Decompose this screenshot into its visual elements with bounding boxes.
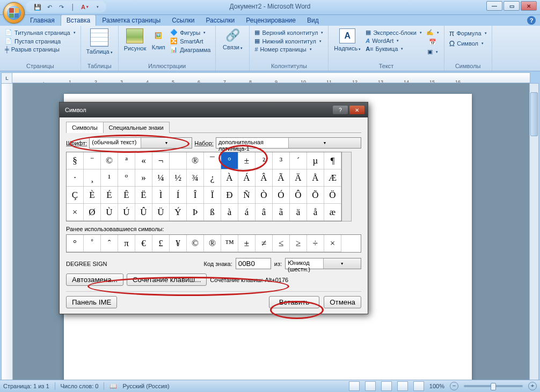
tab-view[interactable]: Вид <box>302 15 324 26</box>
recent-character-cell[interactable]: £ <box>152 235 170 252</box>
chevron-down-icon[interactable]: ▼ <box>323 258 361 269</box>
font-combo[interactable]: (обычный текст)▼ <box>89 137 192 149</box>
from-combo[interactable]: Юникод (шестн.)▼ <box>285 258 361 269</box>
character-cell[interactable]: » <box>135 169 152 187</box>
dialog-tab-special[interactable]: Специальные знаки <box>103 122 170 133</box>
tab-references[interactable]: Ссылки <box>166 15 200 26</box>
recent-character-cell[interactable]: ˚ <box>84 235 101 252</box>
formula-button[interactable]: πФормула▾ <box>448 28 488 38</box>
recent-character-cell[interactable]: ± <box>238 235 256 252</box>
object-icon[interactable]: ▣▾ <box>425 48 441 56</box>
wordart-button[interactable]: AWordArt▾ <box>364 37 424 45</box>
dialog-tab-symbols[interactable]: Символы <box>66 122 104 133</box>
character-cell[interactable]: × <box>67 204 84 221</box>
character-cell[interactable]: ° <box>221 152 238 169</box>
character-cell[interactable]: Ô <box>290 187 307 204</box>
character-cell[interactable]: Ä <box>290 169 307 187</box>
tab-home[interactable]: Главная <box>25 15 60 26</box>
chart-button[interactable]: 📊Диаграмма <box>169 46 212 54</box>
recent-character-cell[interactable]: € <box>135 235 152 252</box>
smartart-button[interactable]: 🔀SmartArt <box>169 37 212 45</box>
character-cell[interactable]: Æ <box>324 169 341 187</box>
character-cell[interactable]: Þ <box>187 204 204 221</box>
table-button[interactable]: Таблица▾ <box>84 27 115 56</box>
recent-character-cell[interactable]: ≠ <box>256 235 273 252</box>
shapes-button[interactable]: 🔷Фигуры▾ <box>169 28 212 36</box>
recent-character-cell[interactable]: ¥ <box>170 235 187 252</box>
page-number-button[interactable]: #Номер страницы▾ <box>253 46 325 53</box>
character-cell[interactable]: æ <box>324 204 341 221</box>
proofing-icon[interactable]: 📖 <box>110 383 117 390</box>
character-cell[interactable]: ª <box>118 152 135 169</box>
page-break-button[interactable]: ╪Разрыв страницы <box>3 46 77 53</box>
recent-character-cell[interactable]: ≥ <box>290 235 307 252</box>
horizontal-ruler[interactable] <box>12 72 530 83</box>
view-outline[interactable] <box>397 381 408 391</box>
character-cell[interactable]: Å <box>307 169 324 187</box>
character-cell[interactable]: Ø <box>84 204 101 221</box>
dropcap-button[interactable]: A≡Буквица▾ <box>364 45 424 53</box>
view-draft[interactable] <box>413 381 424 391</box>
view-web-layout[interactable] <box>381 381 392 391</box>
tab-review[interactable]: Рецензирование <box>240 15 301 26</box>
character-cell[interactable]: â <box>256 204 273 221</box>
character-cell[interactable]: ® <box>187 152 204 169</box>
character-cell[interactable]: Ð <box>221 187 238 204</box>
express-blocks-button[interactable]: ▦Экспресс-блоки▾ <box>364 28 424 36</box>
recent-character-cell[interactable]: © <box>187 235 204 252</box>
clip-button[interactable]: 🖼️Клип <box>149 27 167 54</box>
signature-icon[interactable]: ✍▾ <box>425 28 441 36</box>
character-cell[interactable]: Ã <box>273 169 290 187</box>
zoom-in-button[interactable]: + <box>528 382 537 390</box>
character-cell[interactable]: ¯ <box>204 152 221 169</box>
character-cell[interactable]: ¬ <box>152 152 170 169</box>
insert-button[interactable]: Вставить <box>269 296 320 308</box>
character-cell[interactable]: Á <box>238 169 256 187</box>
character-cell[interactable]: Ý <box>170 204 187 221</box>
grid-scrollbar[interactable] <box>342 152 352 221</box>
vertical-scrollbar[interactable] <box>529 83 539 380</box>
character-cell[interactable]: ¼ <box>152 169 170 187</box>
character-cell[interactable]: · <box>67 169 84 187</box>
character-cell[interactable]: á <box>238 204 256 221</box>
character-cell[interactable]: Ì <box>152 187 170 204</box>
character-cell[interactable]: ¶ <box>324 152 341 169</box>
character-cell[interactable]: Ö <box>324 187 341 204</box>
character-cell[interactable]: Ê <box>118 187 135 204</box>
character-cell[interactable]: Ü <box>152 204 170 221</box>
character-cell[interactable]: § <box>67 152 84 169</box>
character-cell[interactable]: ä <box>290 204 307 221</box>
character-cell[interactable]: ¿ <box>204 169 221 187</box>
character-cell[interactable]: Õ <box>307 187 324 204</box>
character-cell[interactable]: ¹ <box>101 169 118 187</box>
picture-button[interactable]: Рисунок <box>122 27 149 54</box>
character-cell[interactable]: Û <box>135 204 152 221</box>
chevron-down-icon[interactable]: ▼ <box>141 138 192 148</box>
character-cell[interactable]: µ <box>307 152 324 169</box>
character-cell[interactable]: å <box>307 204 324 221</box>
character-cell[interactable]: Ë <box>135 187 152 204</box>
zoom-value[interactable]: 100% <box>429 383 444 389</box>
character-cell[interactable]: È <box>84 187 101 204</box>
code-input[interactable] <box>236 258 271 269</box>
ruler-corner[interactable]: L <box>1 72 13 84</box>
character-cell[interactable]: Ñ <box>238 187 256 204</box>
status-language[interactable]: Русский (Россия) <box>122 383 169 389</box>
tab-layout[interactable]: Разметка страницы <box>97 15 166 26</box>
character-cell[interactable]: ¸ <box>84 169 101 187</box>
character-cell[interactable]: à <box>221 204 238 221</box>
character-cell[interactable]: ´ <box>290 152 307 169</box>
character-cell[interactable]: º <box>118 169 135 187</box>
recent-character-cell[interactable]: × <box>324 235 341 252</box>
recent-character-cell[interactable]: π <box>118 235 135 252</box>
zoom-slider[interactable] <box>464 385 523 387</box>
maximize-button[interactable]: ▭ <box>503 1 520 11</box>
links-button[interactable]: 🔗Связи▾ <box>219 27 246 51</box>
cancel-button[interactable]: Отмена <box>324 296 361 308</box>
character-cell[interactable]: Ï <box>204 187 221 204</box>
character-cell[interactable]: « <box>135 152 152 169</box>
character-cell[interactable]: ± <box>238 152 256 169</box>
autocorrect-button[interactable]: Автозамена... <box>66 273 123 286</box>
character-cell[interactable]: © <box>101 152 118 169</box>
view-print-layout[interactable] <box>349 381 360 391</box>
